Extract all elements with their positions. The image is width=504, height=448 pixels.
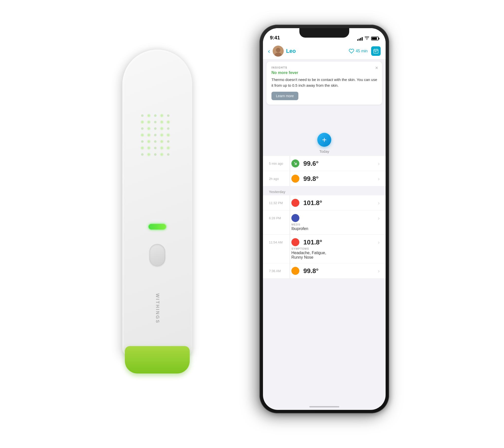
reading-dot [291, 214, 299, 222]
thermometer-button[interactable] [149, 244, 165, 266]
display-dot [148, 140, 150, 143]
display-dot [154, 121, 157, 123]
reading-time: 5 min ago [269, 162, 291, 165]
display-dot [167, 134, 169, 136]
thermometer-body: WITHINGS [122, 50, 192, 356]
display-dot [161, 147, 163, 149]
signal-icon [357, 37, 363, 41]
thermometer-base [125, 346, 190, 373]
reading-time: 7:36 AM [269, 269, 291, 273]
reading-row[interactable]: 11:32 PM 101.8° › [263, 195, 386, 211]
scene: WITHINGS 9:41 [115, 25, 389, 423]
display-dot [148, 153, 150, 156]
timeline-line [290, 156, 290, 171]
display-dot [141, 121, 144, 123]
back-button[interactable]: ‹ [268, 48, 270, 54]
heart-duration-text: 45 min [356, 49, 368, 53]
battery-icon [371, 37, 379, 40]
display-dot [161, 114, 163, 117]
symptoms-text: Headache, Fatigue,Runny Nose [291, 251, 380, 260]
reading-temperature: 99.6° [303, 160, 378, 167]
user-name[interactable]: Leo [286, 48, 349, 54]
reading-row-inner: 6:28 PM › [263, 211, 386, 223]
display-dot [148, 147, 150, 149]
calendar-button[interactable] [371, 46, 381, 56]
display-dot [161, 134, 163, 136]
display-dot [148, 121, 150, 123]
row-chevron-icon: › [378, 239, 380, 245]
reading-dot [291, 175, 299, 183]
wifi-icon [365, 36, 369, 41]
main-content: + Today 5 min ago 99.6° › [263, 128, 386, 410]
display-dot [141, 127, 144, 130]
symptoms-label: SYMPTOMS [291, 247, 380, 250]
insights-card: INSIGHTS × No more fever Thermo doesn't … [266, 62, 382, 105]
thermometer-brand: WITHINGS [155, 294, 160, 324]
reading-temperature: 99.8° [303, 267, 378, 275]
meds-text: Ibuprofen [291, 226, 380, 231]
reading-temperature: 99.8° [303, 175, 378, 183]
today-label: Today [319, 149, 329, 153]
svg-point-1 [276, 48, 280, 52]
row-chevron-icon: › [378, 268, 380, 274]
display-dot [148, 127, 150, 130]
phone-notch [299, 28, 349, 38]
reading-time: 2h ago [269, 177, 291, 181]
signal-bar-1 [357, 39, 358, 41]
reading-time: 11:32 PM [269, 201, 291, 205]
display-dot [148, 114, 150, 117]
app-header: ‹ Leo 45 min [263, 43, 386, 60]
display-dot [141, 140, 144, 143]
reading-row[interactable]: 2h ago 99.8° › [263, 171, 386, 186]
reading-dot [291, 238, 299, 246]
display-dot [154, 114, 157, 117]
svg-rect-5 [376, 51, 376, 52]
row-chevron-icon: › [378, 215, 380, 221]
reading-dot [291, 267, 299, 275]
phone-screen: 9:41 [263, 28, 386, 410]
reading-row[interactable]: 7:36 AM 99.8° › [263, 263, 386, 279]
svg-rect-4 [375, 51, 375, 52]
reading-row[interactable]: 11:54 AM 101.8° › SYMPTOMS Headache, Fat… [263, 235, 386, 263]
thermometer-display [141, 114, 173, 169]
display-dot [154, 153, 157, 156]
display-dot [154, 147, 157, 149]
add-icon: + [322, 136, 327, 144]
display-dot [167, 127, 169, 130]
reading-row[interactable]: 5 min ago 99.6° › [263, 156, 386, 171]
insights-close-button[interactable]: × [375, 65, 378, 71]
phone: 9:41 [259, 25, 389, 413]
reading-time: 11:54 AM [269, 240, 291, 244]
insights-section-label: INSIGHTS [271, 66, 377, 69]
display-dot [167, 121, 169, 123]
reading-row[interactable]: 6:28 PM › MEDS Ibuprofen [263, 211, 386, 235]
thermometer-device: WITHINGS [122, 50, 192, 373]
timeline-line [290, 195, 290, 210]
display-dot [154, 134, 157, 136]
display-dot [141, 147, 144, 149]
display-dot [141, 114, 144, 117]
learn-more-button[interactable]: Learn more [271, 92, 298, 100]
heart-duration: 45 min [349, 48, 368, 54]
reading-row-inner: 11:54 AM 101.8° › [263, 235, 386, 247]
heart-icon [349, 48, 354, 54]
thermometer-led [149, 224, 166, 229]
display-dot [141, 153, 144, 156]
row-chevron-icon: › [378, 200, 380, 206]
signal-bar-2 [359, 39, 360, 41]
status-icons [357, 36, 379, 41]
display-dot [161, 127, 163, 130]
battery-fill [372, 37, 377, 40]
display-dot [161, 121, 163, 123]
add-reading-button[interactable]: + [317, 133, 331, 147]
display-dot [167, 114, 169, 117]
meds-label: MEDS [291, 223, 380, 226]
home-indicator [309, 406, 339, 407]
reading-time: 6:28 PM [269, 216, 291, 220]
timeline-line [290, 171, 290, 186]
reading-dot [291, 199, 299, 207]
row-chevron-icon: › [378, 176, 380, 182]
display-dot [161, 153, 163, 156]
display-dot [154, 127, 157, 130]
symptoms-info: SYMPTOMS Headache, Fatigue,Runny Nose [263, 247, 386, 263]
